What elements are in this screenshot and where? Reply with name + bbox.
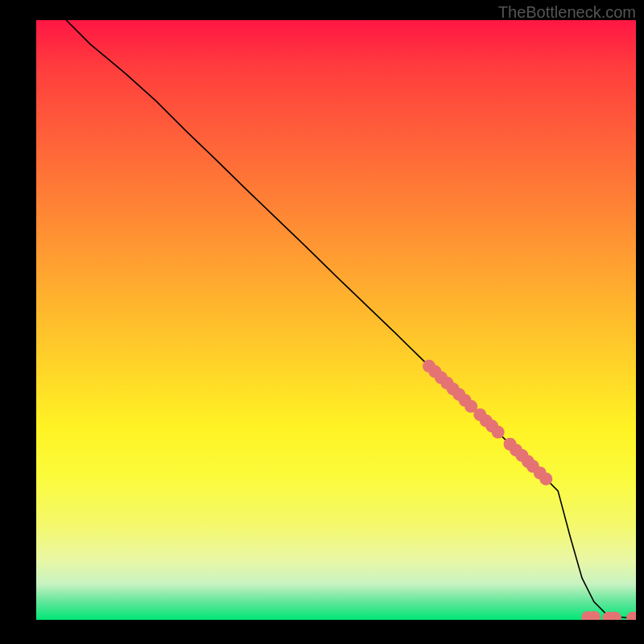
chart-dots-group bbox=[423, 360, 636, 620]
chart-dot bbox=[539, 473, 552, 485]
chart-curve bbox=[66, 20, 636, 618]
chart-dot bbox=[626, 612, 636, 620]
chart-plot-area bbox=[36, 20, 636, 620]
chart-dot bbox=[492, 426, 505, 439]
chart-overlay-svg bbox=[36, 20, 636, 620]
watermark-text: TheBottleneck.com bbox=[498, 3, 636, 22]
